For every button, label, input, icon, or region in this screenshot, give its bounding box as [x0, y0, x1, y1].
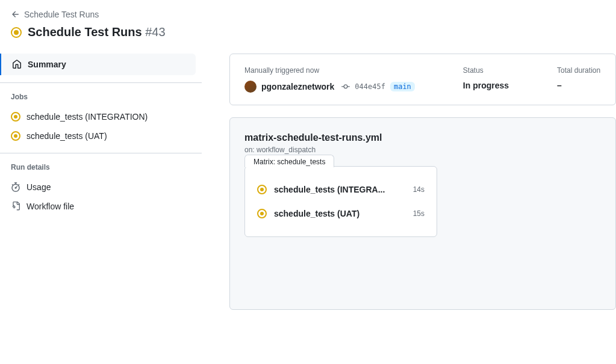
matrix-job-time: 14s: [413, 185, 425, 194]
usage-label: Usage: [26, 182, 51, 192]
file-icon: [11, 202, 20, 211]
sidebar-summary[interactable]: Summary: [0, 54, 196, 75]
workflow-file-label: Workflow file: [26, 202, 74, 211]
page-title-row: Schedule Test Runs #43: [11, 25, 605, 39]
matrix-job-uat[interactable]: schedule_tests (UAT) 15s: [257, 202, 425, 226]
matrix-job-name: schedule_tests (UAT): [274, 209, 406, 218]
branch-badge[interactable]: main: [390, 82, 415, 91]
workflow-trigger: on: workflow_dispatch: [244, 146, 601, 154]
sidebar-job-integration[interactable]: schedule_tests (INTEGRATION): [0, 107, 202, 126]
commit-icon: [341, 82, 350, 91]
job-status-icon: [11, 131, 20, 141]
jobs-section-label: Jobs: [0, 93, 202, 107]
breadcrumb[interactable]: Schedule Test Runs: [11, 10, 605, 19]
job-status-icon: [11, 112, 20, 122]
duration-block: Total duration –: [557, 66, 600, 93]
trigger-row: pgonzaleznetwork 044e45f main: [244, 81, 415, 93]
duration-value: –: [557, 81, 600, 90]
matrix-tab-label[interactable]: Matrix: schedule_tests: [244, 155, 334, 167]
workflow-name: Schedule Test Runs: [28, 25, 142, 39]
workflow-card: matrix-schedule-test-runs.yml on: workfl…: [229, 117, 616, 310]
status-value: In progress: [463, 81, 509, 90]
stopwatch-icon: [11, 182, 20, 192]
divider: [0, 153, 202, 153]
sidebar-job-uat[interactable]: schedule_tests (UAT): [0, 126, 202, 146]
username[interactable]: pgonzaleznetwork: [261, 82, 334, 91]
sidebar-summary-label: Summary: [28, 60, 66, 69]
job-status-icon: [257, 209, 267, 218]
workflow-file-name: matrix-schedule-test-runs.yml: [244, 132, 601, 143]
sidebar-usage[interactable]: Usage: [0, 177, 202, 197]
avatar[interactable]: [244, 81, 257, 93]
duration-label: Total duration: [557, 66, 600, 75]
matrix-card: Matrix: schedule_tests schedule_tests (I…: [244, 166, 437, 237]
matrix-job-name: schedule_tests (INTEGRA...: [274, 185, 406, 194]
main-content: Manually triggered now pgonzaleznetwork …: [202, 54, 616, 364]
divider: [0, 82, 202, 83]
status-label: Status: [463, 66, 509, 75]
breadcrumb-parent[interactable]: Schedule Test Runs: [24, 10, 99, 19]
matrix-job-integration[interactable]: schedule_tests (INTEGRA... 14s: [257, 177, 425, 202]
sidebar-workflow-file[interactable]: Workflow file: [0, 197, 202, 216]
run-status-icon: [11, 27, 22, 38]
home-icon: [12, 60, 22, 69]
back-arrow-icon[interactable]: [11, 10, 20, 19]
run-number: #43: [145, 25, 165, 39]
sidebar: Summary Jobs schedule_tests (INTEGRATION…: [0, 54, 202, 364]
job-name: schedule_tests (INTEGRATION): [26, 112, 148, 122]
commit-hash[interactable]: 044e45f: [355, 82, 385, 91]
trigger-label: Manually triggered now: [244, 66, 415, 75]
page-title: Schedule Test Runs #43: [28, 25, 166, 39]
run-info-card: Manually triggered now pgonzaleznetwork …: [229, 54, 616, 105]
job-status-icon: [257, 185, 267, 194]
job-name: schedule_tests (UAT): [26, 131, 107, 141]
matrix-job-time: 15s: [413, 209, 425, 218]
status-block: Status In progress: [463, 66, 509, 93]
trigger-block: Manually triggered now pgonzaleznetwork …: [244, 66, 415, 93]
run-details-section-label: Run details: [0, 163, 202, 177]
